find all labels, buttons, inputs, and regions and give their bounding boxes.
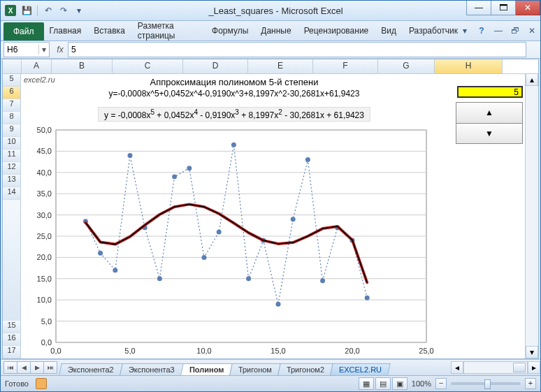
row-header[interactable]: 8: [3, 112, 21, 124]
column-header[interactable]: E: [248, 59, 313, 73]
row-header[interactable]: 13: [3, 175, 21, 187]
sheet-tab-link[interactable]: EXCEL2.RU: [330, 363, 391, 375]
zoom-slider[interactable]: [451, 382, 521, 385]
undo-icon[interactable]: ↶: [42, 4, 55, 17]
cell-h6[interactable]: 5: [457, 86, 523, 98]
tab-nav-last[interactable]: ⏭: [44, 361, 57, 374]
svg-point-39: [231, 143, 236, 147]
vscroll-track[interactable]: [526, 86, 538, 346]
column-header[interactable]: F: [313, 59, 378, 73]
row-header[interactable]: 9: [3, 124, 21, 137]
doc-restore-icon[interactable]: 🗗: [510, 25, 521, 36]
status-bar: Готово ▦ ▤ ▣ 100% − +: [1, 375, 540, 391]
sheet-tab[interactable]: Экспонента3: [120, 363, 183, 375]
ribbon-tab[interactable]: Формулы: [210, 23, 250, 38]
sheet-tab[interactable]: Полином: [180, 363, 233, 375]
svg-point-38: [217, 229, 222, 234]
svg-text:25,0: 25,0: [419, 347, 433, 355]
tab-nav-prev[interactable]: ◀: [17, 361, 31, 374]
formula-input[interactable]: 5: [68, 42, 526, 57]
view-normal-icon[interactable]: ▦: [359, 377, 374, 390]
sheet-tabs: Экспонента2Экспонента3ПолиномТригономТри…: [60, 360, 389, 375]
row-header[interactable]: 6: [3, 87, 21, 99]
ribbon-tab[interactable]: Разметка страницы: [136, 18, 201, 43]
svg-text:15,0: 15,0: [270, 347, 285, 355]
row-header[interactable]: 5: [3, 74, 21, 87]
qat-separator: [37, 5, 38, 16]
hscroll-track[interactable]: [463, 361, 528, 374]
column-header[interactable]: B: [52, 59, 113, 73]
ribbon-tab[interactable]: Разработчик: [407, 23, 459, 38]
tab-nav-next[interactable]: ▶: [31, 361, 44, 374]
sheet-tab[interactable]: Тригоном: [229, 363, 281, 375]
save-icon[interactable]: 💾: [20, 4, 33, 17]
ribbon-minimize-icon[interactable]: ▾: [459, 25, 470, 36]
ribbon-tabs: ГлавнаяВставкаРазметка страницыФормулыДа…: [48, 21, 459, 41]
cells-area[interactable]: excel2.ru Аппроксимация полиномом 5-й ст…: [21, 74, 538, 358]
scroll-down-icon[interactable]: ▾: [526, 346, 538, 358]
row-header[interactable]: 12: [3, 162, 21, 175]
column-header[interactable]: A: [22, 59, 52, 73]
name-box-dropdown-icon[interactable]: ▾: [38, 45, 49, 55]
tab-nav-first[interactable]: ⏮: [3, 361, 17, 374]
column-header[interactable]: C: [113, 59, 183, 73]
svg-point-43: [291, 217, 296, 222]
ribbon-tab[interactable]: Рецензирование: [303, 23, 370, 38]
row-header[interactable]: 7: [3, 99, 21, 112]
vertical-scrollbar[interactable]: ▴ ▾: [525, 73, 538, 358]
svg-text:25,0: 25,0: [37, 232, 52, 240]
minimize-button[interactable]: —: [466, 1, 491, 15]
formula-value: 5: [71, 45, 76, 55]
spinner-down-button[interactable]: ▼: [456, 123, 522, 144]
row-header[interactable]: 15: [3, 321, 21, 333]
zoom-in-button[interactable]: +: [525, 378, 536, 389]
fx-label[interactable]: fx: [52, 45, 68, 55]
spinner-up-button[interactable]: ▲: [456, 103, 522, 123]
sheet-tab[interactable]: Экспонента2: [59, 363, 122, 375]
column-header[interactable]: D: [183, 59, 248, 73]
ribbon-tab[interactable]: Вставка: [92, 23, 127, 38]
svg-text:10,0: 10,0: [37, 296, 52, 304]
scroll-right-icon[interactable]: ▸: [528, 361, 540, 374]
chart-title: Аппроксимация полиномом 5-й степени: [21, 77, 447, 87]
svg-text:35,0: 35,0: [37, 189, 52, 198]
zoom-slider-thumb[interactable]: [484, 379, 491, 389]
row-header[interactable]: 11: [3, 150, 21, 162]
qat-customize-icon[interactable]: ▾: [73, 4, 85, 17]
view-layout-icon[interactable]: ▤: [375, 377, 391, 390]
row-header[interactable]: 14: [3, 187, 21, 200]
maximize-button[interactable]: 🗖: [491, 1, 516, 15]
column-header[interactable]: G: [378, 59, 435, 73]
hscroll-thumb[interactable]: [513, 363, 526, 372]
scroll-up-icon[interactable]: ▴: [526, 73, 538, 86]
column-header[interactable]: H: [435, 59, 503, 73]
chart[interactable]: 0,05,010,015,020,025,030,035,040,045,050…: [21, 124, 440, 358]
horizontal-scrollbar[interactable]: ◂ ▸: [451, 361, 540, 374]
doc-close-icon[interactable]: ✕: [526, 25, 538, 36]
column-headers: ABCDEFGH: [3, 59, 538, 74]
name-box-value: H6: [4, 45, 38, 55]
row-header[interactable]: 16: [3, 333, 21, 346]
redo-icon[interactable]: ↷: [57, 4, 70, 17]
zoom-out-button[interactable]: −: [435, 378, 447, 389]
sheet-tab[interactable]: Тригоном2: [277, 363, 333, 375]
svg-point-34: [157, 276, 162, 281]
ribbon-tab[interactable]: Главная: [48, 23, 83, 38]
view-pagebreak-icon[interactable]: ▣: [392, 377, 407, 390]
select-all-corner[interactable]: [3, 59, 22, 73]
svg-point-45: [320, 278, 325, 283]
macro-record-icon[interactable]: [36, 378, 47, 389]
close-button[interactable]: ✕: [516, 1, 540, 15]
zoom-control: 100% − +: [412, 378, 536, 389]
row-header[interactable]: 17: [3, 346, 21, 358]
help-icon[interactable]: ?: [476, 25, 487, 36]
file-tab[interactable]: Файл: [3, 22, 44, 41]
ribbon-tab[interactable]: Вид: [380, 23, 398, 38]
name-box[interactable]: H6 ▾: [3, 42, 50, 57]
status-ready: Готово: [5, 379, 29, 388]
scroll-left-icon[interactable]: ◂: [451, 361, 463, 374]
svg-text:0,0: 0,0: [41, 338, 52, 347]
row-header[interactable]: 10: [3, 137, 21, 150]
doc-minimize-icon[interactable]: —: [493, 25, 504, 36]
ribbon-tab[interactable]: Данные: [259, 23, 292, 38]
